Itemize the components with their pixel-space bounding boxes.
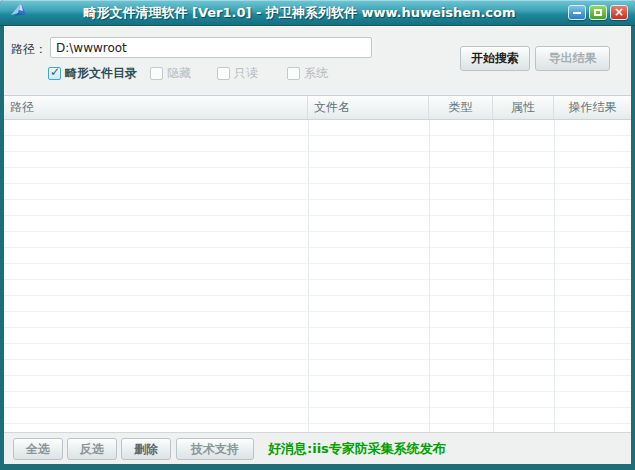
export-results-button[interactable]: 导出结果	[535, 46, 610, 71]
close-icon: ×	[614, 6, 624, 19]
grid-line	[429, 120, 430, 432]
column-header-path[interactable]: 路径	[4, 96, 308, 119]
column-header-attribute[interactable]: 属性	[493, 96, 554, 119]
checkbox-system[interactable]: 系统	[287, 65, 328, 82]
column-header-filename[interactable]: 文件名	[308, 96, 429, 119]
table-header: 路径 文件名 类型 属性 操作结果	[4, 95, 631, 120]
results-table: 路径 文件名 类型 属性 操作结果	[4, 95, 631, 432]
path-label: 路径：	[11, 41, 47, 58]
close-button[interactable]: ×	[610, 5, 628, 20]
checkbox-unchecked-icon	[150, 67, 163, 80]
checkbox-label: 畸形文件目录	[65, 65, 137, 82]
maximize-icon	[594, 9, 602, 16]
checkbox-label: 隐藏	[167, 65, 191, 82]
checkbox-unchecked-icon	[287, 67, 300, 80]
checkbox-label: 系统	[304, 65, 328, 82]
bird-logo-icon	[5, 2, 31, 24]
footer-bar: 全选 反选 删除 技术支持 好消息:iis专家防采集系统发布	[4, 432, 631, 464]
checkbox-malformed-dir[interactable]: 畸形文件目录	[48, 65, 137, 82]
checkbox-checked-icon	[48, 67, 61, 80]
checkbox-unchecked-icon	[217, 67, 230, 80]
delete-button[interactable]: 删除	[121, 438, 171, 460]
grid-line	[308, 120, 309, 432]
select-all-button[interactable]: 全选	[13, 438, 63, 460]
window-controls: ×	[568, 5, 628, 20]
minimize-button[interactable]	[568, 5, 586, 20]
checkbox-hidden[interactable]: 隐藏	[150, 65, 191, 82]
column-header-type[interactable]: 类型	[429, 96, 493, 119]
table-body-empty[interactable]	[4, 120, 631, 432]
checkbox-label: 只读	[234, 65, 258, 82]
maximize-button[interactable]	[589, 5, 607, 20]
status-message: 好消息:iis专家防采集系统发布	[268, 440, 446, 458]
checkbox-readonly[interactable]: 只读	[217, 65, 258, 82]
start-search-button[interactable]: 开始搜索	[460, 46, 530, 71]
toolbar-panel: 路径： 畸形文件目录 隐藏 只读 系统 开始搜索 导出结果	[4, 26, 631, 95]
title-bar[interactable]: 畸形文件清理软件 [Ver1.0] - 护卫神系列软件 www.huweishe…	[0, 0, 635, 26]
window-title: 畸形文件清理软件 [Ver1.0] - 护卫神系列软件 www.huweishe…	[31, 4, 568, 22]
grid-line	[493, 120, 494, 432]
grid-line	[554, 120, 555, 432]
path-input[interactable]	[50, 37, 372, 58]
minimize-icon	[573, 12, 581, 14]
invert-select-button[interactable]: 反选	[67, 438, 117, 460]
column-header-result[interactable]: 操作结果	[554, 96, 631, 119]
tech-support-button[interactable]: 技术支持	[176, 438, 254, 460]
app-window: 畸形文件清理软件 [Ver1.0] - 护卫神系列软件 www.huweishe…	[0, 0, 635, 470]
